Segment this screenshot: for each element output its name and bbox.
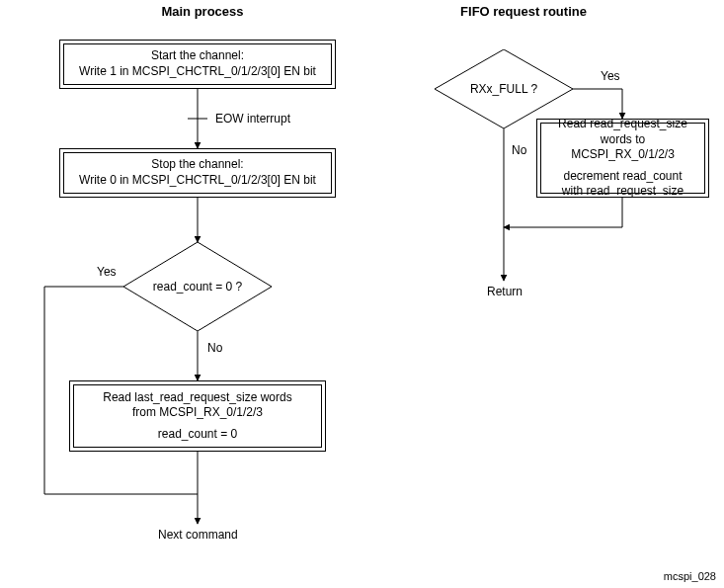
box-fifo-action: Read read_request_size words to MCSPI_RX… bbox=[536, 119, 709, 198]
label-return: Return bbox=[487, 285, 523, 298]
fifo-line3: decrement read_count bbox=[563, 169, 682, 185]
read-line3: read_count = 0 bbox=[158, 427, 237, 443]
fifo-line2: words to MCSPI_RX_0/1/2/3 bbox=[547, 132, 698, 163]
label-next-command: Next command bbox=[158, 528, 238, 542]
box-read-last: Read last_read_request_size words from M… bbox=[69, 380, 326, 452]
title-main: Main process bbox=[138, 4, 267, 19]
start-line2: Write 1 in MCSPI_CHCTRL_0/1/2/3[0] EN bi… bbox=[79, 64, 316, 80]
label-yes-main: Yes bbox=[97, 265, 117, 279]
label-eow-interrupt: EOW interrupt bbox=[215, 112, 290, 126]
title-fifo: FIFO request routine bbox=[435, 4, 612, 19]
fifo-line1: Read read_request_size bbox=[558, 117, 687, 132]
box-stop-channel: Stop the channel: Write 0 in MCSPI_CHCTR… bbox=[59, 148, 336, 198]
label-no-fifo: No bbox=[512, 143, 526, 157]
read-line1: Read last_read_request_size words bbox=[103, 390, 291, 406]
stop-line2: Write 0 in MCSPI_CHCTRL_0/1/2/3[0] EN bi… bbox=[79, 173, 316, 189]
fifo-line4: with read_request_size bbox=[562, 184, 684, 200]
start-line1: Start the channel: bbox=[151, 48, 244, 64]
svg-marker-1 bbox=[435, 49, 573, 128]
label-no-main: No bbox=[207, 341, 222, 355]
decision-read-count: read_count = 0 ? bbox=[123, 242, 272, 331]
decision-rxx-full: RXx_FULL ? bbox=[435, 49, 573, 128]
stop-line1: Stop the channel: bbox=[151, 157, 243, 173]
box-start-channel-inner: Start the channel: Write 1 in MCSPI_CHCT… bbox=[63, 43, 332, 85]
svg-marker-0 bbox=[123, 242, 272, 331]
diagram-id: mcspi_028 bbox=[664, 570, 716, 582]
box-fifo-action-inner: Read read_request_size words to MCSPI_RX… bbox=[540, 123, 705, 194]
read-line2: from MCSPI_RX_0/1/2/3 bbox=[132, 405, 263, 421]
box-start-channel: Start the channel: Write 1 in MCSPI_CHCT… bbox=[59, 40, 336, 89]
box-read-last-inner: Read last_read_request_size words from M… bbox=[73, 384, 322, 448]
label-yes-fifo: Yes bbox=[601, 69, 620, 83]
flowchart-canvas: Main process FIFO request routine Start … bbox=[0, 0, 724, 588]
box-stop-channel-inner: Stop the channel: Write 0 in MCSPI_CHCTR… bbox=[63, 152, 332, 194]
